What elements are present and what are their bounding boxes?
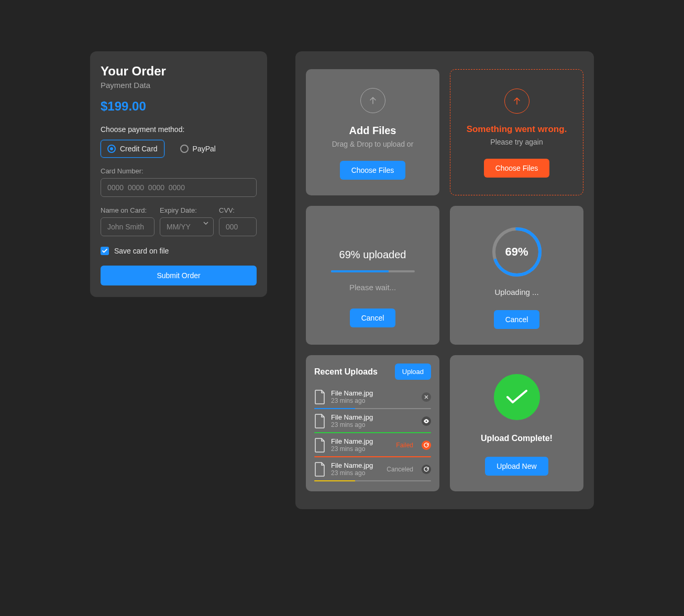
save-card-label: Save card on file — [114, 247, 169, 255]
file-row: File Name.jpg23 mins ago — [314, 409, 431, 431]
checkbox-icon — [101, 247, 109, 255]
upload-new-button[interactable]: Upload New — [485, 457, 548, 476]
progress-title: 69% uploaded — [339, 249, 406, 261]
error-subtitle: Please try again — [490, 138, 543, 146]
recent-uploads-title: Recent Uploads — [314, 367, 378, 377]
file-time: 23 mins ago — [331, 397, 416, 404]
order-price: $199.00 — [101, 99, 257, 114]
upload-error-card: Something went wrong. Please try again C… — [450, 69, 583, 195]
upload-arrow-icon — [360, 88, 385, 113]
file-icon — [314, 438, 326, 453]
order-title: Your Order — [101, 64, 257, 79]
upload-arrow-icon — [504, 89, 529, 114]
file-row: File Name.jpg23 mins agoFailed — [314, 433, 431, 455]
choose-files-button[interactable]: Choose Files — [484, 159, 550, 178]
file-row: File Name.jpg23 mins ago — [314, 385, 431, 406]
ring-label: Uploading ... — [494, 288, 538, 296]
radio-icon — [180, 145, 189, 153]
file-progress-bar — [314, 480, 431, 481]
upload-button[interactable]: Upload — [395, 364, 431, 380]
upload-progress-card: 69% uploaded Please wait... Cancel — [306, 206, 439, 345]
payment-methods: Credit Card PayPal — [101, 140, 257, 158]
progress-ring: 69% — [492, 227, 542, 277]
file-name: File Name.jpg — [331, 413, 416, 421]
cancel-button[interactable]: Cancel — [494, 310, 540, 329]
close-icon[interactable] — [422, 392, 431, 402]
cvv-input[interactable] — [219, 217, 257, 236]
upload-ring-card: 69% Uploading ... Cancel — [450, 206, 583, 345]
progress-bar-fill — [331, 270, 389, 272]
file-icon — [314, 462, 326, 477]
recent-uploads-card: Recent Uploads Upload File Name.jpg23 mi… — [306, 355, 439, 491]
svg-point-2 — [426, 420, 427, 422]
file-name: File Name.jpg — [331, 461, 381, 469]
file-icon — [314, 390, 326, 404]
radio-icon — [107, 145, 116, 153]
file-icon — [314, 414, 326, 428]
cvv-label: CVV: — [219, 206, 257, 214]
check-circle-icon — [494, 374, 540, 420]
file-name: File Name.jpg — [331, 437, 391, 445]
name-on-card-input[interactable] — [101, 217, 155, 236]
expiry-label: Expiry Date: — [160, 206, 214, 214]
order-card: Your Order Payment Data $199.00 Choose p… — [90, 51, 267, 297]
choose-method-label: Choose payment method: — [101, 125, 257, 134]
file-status: Canceled — [387, 466, 413, 473]
add-files-subtitle: Drag & Drop to upload or — [332, 140, 414, 148]
file-name: File Name.jpg — [331, 389, 416, 397]
wait-text: Please wait... — [349, 283, 396, 292]
ring-percent: 69% — [492, 227, 542, 277]
success-title: Upload Complete! — [481, 434, 553, 443]
add-files-title: Add Files — [349, 125, 396, 137]
file-row: File Name.jpg23 mins agoCanceled — [314, 457, 431, 479]
eye-icon[interactable] — [422, 416, 431, 426]
expiry-input[interactable] — [160, 217, 214, 236]
submit-order-button[interactable]: Submit Order — [101, 266, 257, 285]
add-files-card[interactable]: Add Files Drag & Drop to upload or Choos… — [306, 69, 439, 195]
upload-panel: Add Files Drag & Drop to upload or Choos… — [295, 51, 594, 509]
error-title: Something went wrong. — [467, 124, 567, 135]
payment-option-label: PayPal — [193, 145, 216, 153]
save-card-row[interactable]: Save card on file — [101, 247, 257, 255]
payment-option-paypal[interactable]: PayPal — [174, 140, 222, 158]
file-status: Failed — [396, 442, 413, 449]
name-on-card-label: Name on Card: — [101, 206, 155, 214]
cancel-button[interactable]: Cancel — [350, 309, 396, 327]
payment-option-credit-card[interactable]: Credit Card — [101, 140, 164, 158]
file-time: 23 mins ago — [331, 445, 391, 453]
card-number-label: Card Number: — [101, 167, 257, 175]
upload-success-card: Upload Complete! Upload New — [450, 355, 583, 491]
retry-icon[interactable] — [422, 441, 431, 450]
payment-option-label: Credit Card — [120, 145, 158, 153]
card-number-input[interactable] — [101, 178, 257, 197]
order-subtitle: Payment Data — [101, 81, 257, 90]
retry-icon[interactable] — [422, 465, 431, 474]
progress-bar — [331, 270, 415, 272]
file-time: 23 mins ago — [331, 469, 381, 477]
choose-files-button[interactable]: Choose Files — [340, 161, 406, 180]
file-time: 23 mins ago — [331, 421, 416, 428]
